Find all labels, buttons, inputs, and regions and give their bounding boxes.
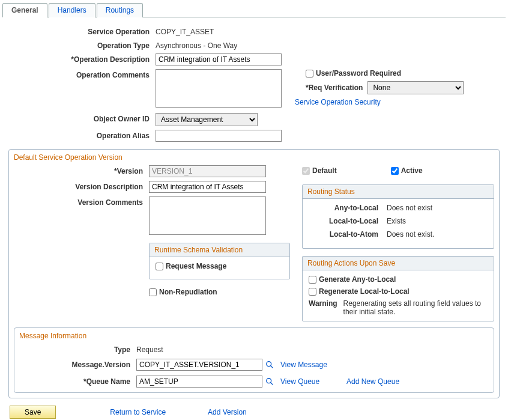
section-title-message-information: Message Information — [19, 332, 489, 340]
value-local-to-atom: Does not exist. — [387, 230, 488, 239]
value-any-to-local: Does not exist — [387, 204, 488, 212]
user-password-required-checkbox[interactable] — [306, 70, 313, 78]
label-operation-description: *Operation Description — [2, 53, 156, 65]
label-any-to-local: Any-to-Local — [309, 204, 387, 212]
svg-point-0 — [267, 362, 271, 367]
svg-line-3 — [271, 383, 273, 385]
subbox-header-runtime-schema: Runtime Schema Validation — [150, 243, 289, 257]
top-form: Service Operation COPY_IT_ASSET Operatio… — [2, 20, 506, 145]
view-queue-link[interactable]: View Queue — [280, 376, 346, 388]
label-version-description: Version Description — [14, 181, 149, 193]
active-checkbox[interactable] — [391, 167, 399, 175]
section-default-version: Default Service Operation Version *Versi… — [8, 149, 500, 398]
label-message-version: Message.Version — [19, 359, 136, 371]
save-button[interactable]: Save — [10, 406, 56, 419]
svg-point-2 — [267, 379, 271, 383]
message-version-input[interactable] — [136, 359, 262, 371]
routing-status-box: Routing Status Any-to-Local Does not exi… — [302, 184, 494, 249]
req-verification-select[interactable]: None — [367, 81, 464, 94]
tab-routings[interactable]: Routings — [97, 3, 143, 17]
label-user-password-required: User/Password Required — [316, 69, 401, 78]
subbox-header-routing-actions: Routing Actions Upon Save — [303, 257, 494, 270]
tab-general[interactable]: General — [2, 3, 47, 17]
generate-any-to-local-checkbox[interactable] — [309, 276, 316, 284]
value-type: Request — [136, 344, 280, 354]
service-operation-security-link[interactable]: Service Operation Security — [295, 98, 506, 106]
operation-comments-input[interactable] — [156, 69, 282, 108]
runtime-schema-validation-box: Runtime Schema Validation Request Messag… — [149, 243, 290, 279]
version-comments-input[interactable] — [149, 196, 266, 235]
label-active: Active — [401, 166, 423, 175]
request-message-checkbox[interactable] — [156, 263, 163, 270]
routing-actions-box: Routing Actions Upon Save Generate Any-t… — [302, 256, 494, 321]
lookup-icon[interactable] — [265, 360, 274, 370]
label-version: *Version — [14, 165, 149, 177]
label-warning: Warning — [309, 299, 337, 316]
label-operation-comments: Operation Comments — [2, 69, 156, 109]
version-description-input[interactable] — [149, 181, 266, 193]
subbox-header-routing-status: Routing Status — [303, 185, 494, 199]
view-message-link[interactable]: View Message — [280, 359, 346, 371]
section-title-default-version: Default Service Operation Version — [14, 153, 494, 162]
label-req-verification: *Req Verification — [306, 84, 363, 92]
label-type: Type — [19, 344, 136, 354]
default-checkbox — [302, 167, 310, 175]
label-object-owner-id: Object Owner ID — [2, 113, 156, 126]
label-non-repudiation: Non-Repudiation — [159, 288, 217, 296]
label-local-to-atom: Local-to-Atom — [309, 230, 387, 239]
section-message-information: Message Information Type Request Message… — [14, 327, 494, 393]
label-local-to-local: Local-to-Local — [309, 217, 387, 225]
label-queue-name: *Queue Name — [19, 376, 136, 388]
lookup-icon[interactable] — [265, 377, 274, 386]
object-owner-id-select[interactable]: Asset Management — [156, 113, 258, 126]
label-regenerate-local-to-local: Regenerate Local-to-Local — [319, 287, 410, 296]
queue-name-input[interactable] — [136, 376, 262, 388]
add-version-link[interactable]: Add Version — [208, 408, 247, 416]
warning-text: Regenerating sets all routing field valu… — [343, 299, 488, 316]
regenerate-local-to-local-checkbox[interactable] — [309, 288, 316, 296]
label-service-operation: Service Operation — [2, 26, 156, 36]
label-operation-alias: Operation Alias — [2, 130, 156, 142]
return-to-service-link[interactable]: Return to Service — [110, 408, 166, 416]
value-operation-type: Asynchronous - One Way — [156, 40, 288, 50]
value-service-operation: COPY_IT_ASSET — [156, 26, 288, 36]
tabs: General Handlers Routings — [2, 2, 506, 17]
non-repudiation-checkbox[interactable] — [149, 288, 157, 296]
add-new-queue-link[interactable]: Add New Queue — [346, 376, 413, 388]
label-version-comments: Version Comments — [14, 196, 149, 237]
operation-alias-input[interactable] — [156, 130, 282, 142]
tab-handlers[interactable]: Handlers — [49, 3, 95, 17]
version-input — [149, 165, 266, 177]
label-request-message: Request Message — [166, 262, 226, 270]
svg-line-1 — [271, 366, 273, 368]
label-generate-any-to-local: Generate Any-to-Local — [319, 275, 396, 284]
value-local-to-local: Exists — [387, 217, 488, 225]
label-default: Default — [312, 166, 337, 175]
label-operation-type: Operation Type — [2, 40, 156, 50]
operation-description-input[interactable] — [156, 53, 282, 65]
